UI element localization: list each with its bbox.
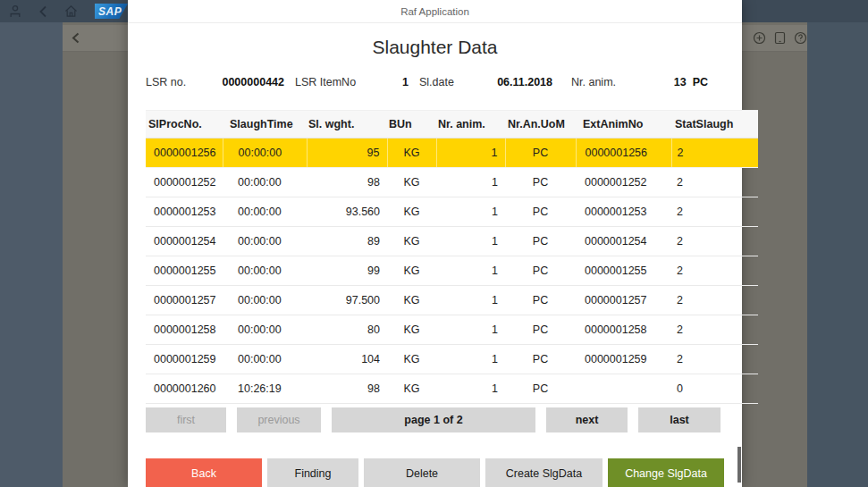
cell: 1 xyxy=(436,197,505,227)
screen: SAP xyxy=(0,0,868,487)
column-header: StatSlaugh xyxy=(671,111,758,139)
pagination-last-button[interactable]: last xyxy=(638,407,721,432)
help-icon[interactable] xyxy=(794,31,807,45)
cell: 93.560 xyxy=(307,197,387,227)
cell: 104 xyxy=(307,345,387,374)
home-icon[interactable] xyxy=(64,4,78,18)
lsr-itemno-label: LSR ItemNo xyxy=(284,76,374,88)
cell: KG xyxy=(387,256,436,286)
user-icon[interactable] xyxy=(9,4,21,18)
cell: 99 xyxy=(307,256,387,286)
cell: PC xyxy=(505,227,576,256)
dimmed-left-nav xyxy=(0,22,63,487)
cell: 1 xyxy=(436,168,505,197)
dimmed-page-header-right xyxy=(742,25,807,52)
cell: 0000001252 xyxy=(576,168,671,197)
cell: KG xyxy=(387,345,436,374)
pagination-bar: first previous page 1 of 2 next last xyxy=(146,407,724,432)
cell: 1 xyxy=(436,139,505,168)
slaughter-data-dialog: Raf Application Slaughter Data LSR no. 0… xyxy=(128,0,742,487)
cell: 0000001258 xyxy=(576,315,671,345)
finding-button[interactable]: Finding xyxy=(267,458,358,487)
dimmed-right-edge xyxy=(807,22,868,487)
column-header: Nr.An.UoM xyxy=(505,111,576,139)
cell: 0000001253 xyxy=(146,197,223,227)
cell: 1 xyxy=(436,374,505,404)
cell: KG xyxy=(387,315,436,345)
sl-date-value: 06.11.2018 xyxy=(491,76,552,88)
cell: 95 xyxy=(307,139,387,168)
cell: 00:00:00 xyxy=(223,168,307,197)
cell: 0000001253 xyxy=(576,197,671,227)
cell: 1 xyxy=(436,345,505,374)
cell: 0000001255 xyxy=(576,256,671,286)
back-chevron-icon[interactable] xyxy=(72,32,80,44)
cell: 2 xyxy=(671,168,758,197)
cell: 89 xyxy=(307,227,387,256)
cell: 2 xyxy=(671,139,758,168)
sap-logo: SAP xyxy=(95,4,128,19)
cell: 97.500 xyxy=(307,286,387,315)
cell: KG xyxy=(387,139,436,168)
nr-anim-value: 13PC xyxy=(629,76,724,88)
scrollbar-thumb[interactable] xyxy=(737,447,741,483)
cell: PC xyxy=(505,256,576,286)
table-row[interactable]: 000000125400:00:0089KG1PC00000012542 xyxy=(146,227,758,256)
slaughter-table-body: 000000125600:00:0095KG1PC000000125620000… xyxy=(146,139,758,404)
cell: PC xyxy=(505,286,576,315)
back-button[interactable]: Back xyxy=(146,458,262,487)
cell: 0000001260 xyxy=(146,374,223,404)
column-header: ExtAnimNo xyxy=(576,111,671,139)
cell: KG xyxy=(387,227,436,256)
nr-anim-uom: PC xyxy=(693,76,708,88)
dialog-title: Slaughter Data xyxy=(128,34,742,61)
lsr-no-label: LSR no. xyxy=(146,76,210,88)
table-row[interactable]: 000000125200:00:0098KG1PC00000012522 xyxy=(146,168,758,197)
table-row[interactable]: 000000125500:00:0099KG1PC00000012552 xyxy=(146,256,758,286)
column-header: SlProcNo. xyxy=(146,111,223,139)
table-row[interactable]: 000000126010:26:1998KG1PC0 xyxy=(146,374,758,404)
cell: 1 xyxy=(436,227,505,256)
table-row[interactable]: 000000125800:00:0080KG1PC00000012582 xyxy=(146,315,758,345)
pagination-next-button[interactable]: next xyxy=(546,407,628,432)
cell: 0000001256 xyxy=(576,139,671,168)
table-row[interactable]: 000000125900:00:00104KG1PC00000012592 xyxy=(146,345,758,374)
cell xyxy=(576,374,671,404)
cell: 0000001252 xyxy=(146,168,223,197)
cell: 00:00:00 xyxy=(223,139,307,168)
slaughter-table: SlProcNo.SlaughTimeSl. wght.BUnNr. anim.… xyxy=(146,110,758,404)
cell: 2 xyxy=(671,197,758,227)
app-title: Raf Application xyxy=(128,0,742,23)
cell: 98 xyxy=(307,374,387,404)
pagination-previous-button[interactable]: previous xyxy=(237,407,321,432)
table-row[interactable]: 000000125300:00:0093.560KG1PC00000012532 xyxy=(146,197,758,227)
cell: KG xyxy=(387,286,436,315)
device-icon[interactable] xyxy=(774,31,786,45)
slaughter-table-header-row: SlProcNo.SlaughTimeSl. wght.BUnNr. anim.… xyxy=(146,111,758,139)
delete-button[interactable]: Delete xyxy=(364,458,480,487)
cell: 0000001254 xyxy=(576,227,671,256)
cell: 10:26:19 xyxy=(223,374,307,404)
table-row[interactable]: 000000125600:00:0095KG1PC00000012562 xyxy=(146,139,758,168)
cell: PC xyxy=(505,168,576,197)
shell-top-bar-right xyxy=(742,0,868,22)
cell: 2 xyxy=(671,256,758,286)
cell: 0000001255 xyxy=(146,256,223,286)
cell: 2 xyxy=(671,345,758,374)
table-row[interactable]: 000000125700:00:0097.500KG1PC00000012572 xyxy=(146,286,758,315)
cell: PC xyxy=(505,345,576,374)
back-icon[interactable] xyxy=(38,5,47,18)
cell: 0000001259 xyxy=(146,345,223,374)
column-header: Nr. anim. xyxy=(436,111,505,139)
pagination-first-button[interactable]: first xyxy=(146,407,226,432)
cell: 98 xyxy=(307,168,387,197)
zoom-in-icon[interactable] xyxy=(753,31,766,45)
column-header: BUn xyxy=(387,111,436,139)
action-button-bar: Back Finding Delete Create SlgData Chang… xyxy=(146,458,724,487)
cell: 0000001257 xyxy=(576,286,671,315)
nr-anim-count: 13 xyxy=(674,76,687,88)
change-slgdata-button[interactable]: Change SlgData xyxy=(608,458,724,487)
create-slgdata-button[interactable]: Create SlgData xyxy=(485,458,603,487)
cell: 00:00:00 xyxy=(223,197,307,227)
cell: 1 xyxy=(436,286,505,315)
